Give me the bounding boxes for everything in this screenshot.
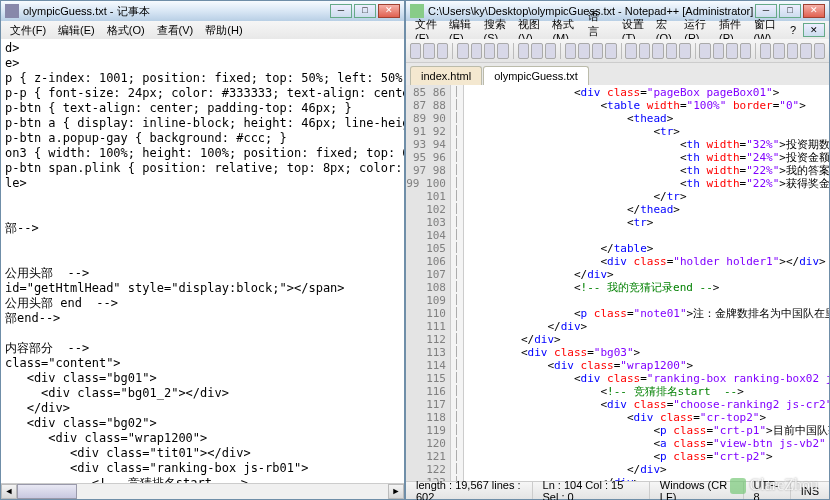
notepad-menubar: 文件(F)编辑(E)格式(O)查看(V)帮助(H) <box>1 21 404 39</box>
toolbar-icon[interactable] <box>578 43 589 59</box>
fold-gutter[interactable]: │ │ │ │ │ │ │ │ │ │ │ │ │ │ │ │ │ │ │ │ … <box>450 85 464 481</box>
toolbar-icon[interactable] <box>639 43 650 59</box>
toolbar-icon[interactable] <box>545 43 556 59</box>
code-editor[interactable]: <div class="pageBox pageBox01"> <table w… <box>464 85 829 481</box>
toolbar-icon[interactable] <box>605 43 616 59</box>
notepad-text-area[interactable]: d> e> p { z-index: 1001; position: fixed… <box>1 39 404 483</box>
menu-item[interactable]: ? <box>785 23 801 37</box>
npp-window: C:\Users\ky\Desktop\olympicGuess.txt - N… <box>405 0 830 500</box>
toolbar-icon[interactable] <box>652 43 663 59</box>
notepad-h-scrollbar[interactable]: ◄ ► <box>1 483 404 499</box>
menu-item[interactable]: 帮助(H) <box>200 22 247 39</box>
notepad-titlebar[interactable]: olympicGuess.txt - 记事本 ─ □ ✕ <box>1 1 404 21</box>
notepad-title: olympicGuess.txt - 记事本 <box>23 4 330 19</box>
toolbar-icon[interactable] <box>666 43 677 59</box>
tab-index-html[interactable]: index.html <box>410 66 482 85</box>
toolbar-icon[interactable] <box>423 43 434 59</box>
npp-toolbar <box>406 39 829 63</box>
status-enc: UTF-8 <box>743 482 790 499</box>
tab-olympicguess[interactable]: olympicGuess.txt <box>483 66 589 85</box>
notepad-icon <box>5 4 19 18</box>
toolbar-icon[interactable] <box>484 43 495 59</box>
status-mode: INS <box>790 482 829 499</box>
npp-menubar: 文件(F)编辑(E)搜索(S)视图(V)格式(M)语言(L)设置(T)宏(O)运… <box>406 21 829 39</box>
line-number-gutter: 85 86 87 88 89 90 91 92 93 94 95 96 97 9… <box>406 85 450 481</box>
npp-tabbar: index.html olympicGuess.txt <box>406 63 829 85</box>
close-button[interactable]: ✕ <box>803 23 825 37</box>
toolbar-icon[interactable] <box>592 43 603 59</box>
toolbar-icon[interactable] <box>410 43 421 59</box>
menu-item[interactable]: 编辑(E) <box>53 22 100 39</box>
toolbar-icon[interactable] <box>726 43 737 59</box>
toolbar-icon[interactable] <box>760 43 771 59</box>
toolbar-icon[interactable] <box>437 43 448 59</box>
toolbar-icon[interactable] <box>471 43 482 59</box>
toolbar-icon[interactable] <box>457 43 468 59</box>
close-button[interactable]: ✕ <box>803 4 825 18</box>
toolbar-icon[interactable] <box>740 43 751 59</box>
toolbar-icon[interactable] <box>787 43 798 59</box>
menu-item[interactable]: 查看(V) <box>152 22 199 39</box>
toolbar-icon[interactable] <box>497 43 508 59</box>
menu-item[interactable]: 文件(F) <box>5 22 51 39</box>
toolbar-icon[interactable] <box>518 43 529 59</box>
toolbar-icon[interactable] <box>814 43 825 59</box>
minimize-button[interactable]: ─ <box>330 4 352 18</box>
status-length: length : 19,567 lines : 602 <box>406 482 532 499</box>
menu-item[interactable]: 格式(O) <box>102 22 150 39</box>
toolbar-icon[interactable] <box>773 43 784 59</box>
toolbar-icon[interactable] <box>679 43 690 59</box>
scroll-thumb[interactable] <box>17 484 77 499</box>
toolbar-icon[interactable] <box>699 43 710 59</box>
status-pos: Ln : 104 Col : 15 Sel : 0 <box>532 482 649 499</box>
status-eol: Windows (CR LF) <box>649 482 743 499</box>
npp-statusbar: length : 19,567 lines : 602 Ln : 104 Col… <box>406 481 829 499</box>
scroll-right-button[interactable]: ► <box>388 484 404 499</box>
toolbar-icon[interactable] <box>713 43 724 59</box>
notepad-window: olympicGuess.txt - 记事本 ─ □ ✕ 文件(F)编辑(E)格… <box>0 0 405 500</box>
toolbar-icon[interactable] <box>625 43 636 59</box>
maximize-button[interactable]: □ <box>354 4 376 18</box>
toolbar-icon[interactable] <box>800 43 811 59</box>
scroll-left-button[interactable]: ◄ <box>1 484 17 499</box>
toolbar-icon[interactable] <box>531 43 542 59</box>
close-button[interactable]: ✕ <box>378 4 400 18</box>
toolbar-icon[interactable] <box>565 43 576 59</box>
